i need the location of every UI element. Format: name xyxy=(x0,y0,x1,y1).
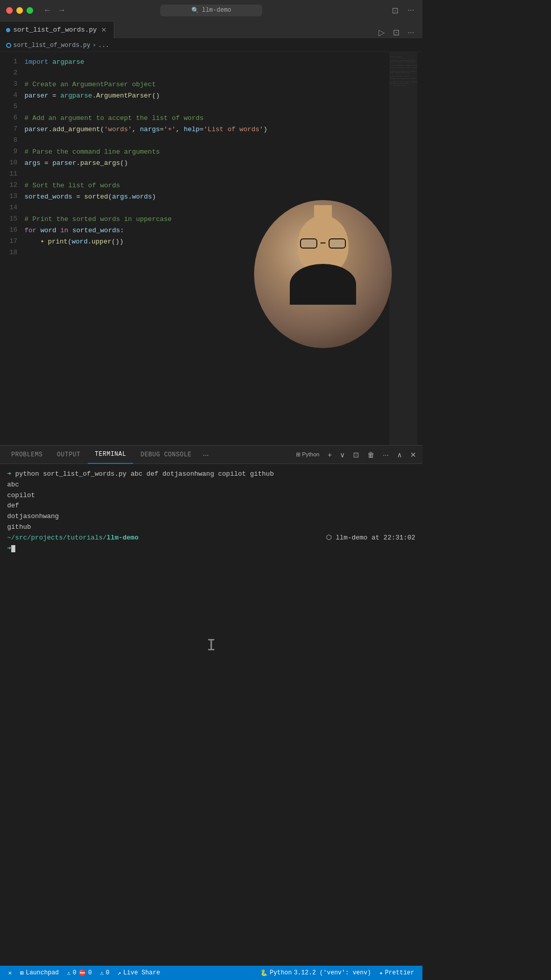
breadcrumb: sort_list_of_words.py › ... xyxy=(0,39,422,52)
minimize-button[interactable] xyxy=(16,7,23,14)
python-version: 3.12.2 ('venv': venv) xyxy=(294,969,371,976)
code-line-6: # Add an argument to accept the list of … xyxy=(22,112,389,124)
title-bar: ← → 🔍 llm-demo ⊡ ··· xyxy=(0,0,422,20)
line-numbers: 12345 678910 1112131415 161718 xyxy=(0,52,22,445)
terminal-env-time: ⬡ llm-demo at 22:31:02 xyxy=(326,533,415,544)
forward-button[interactable]: → xyxy=(56,5,68,16)
terminal-output-copilot: copilot xyxy=(7,491,415,501)
maximize-panel-button[interactable]: ∧ xyxy=(395,450,404,460)
file-dot-icon xyxy=(6,28,10,32)
code-line-8 xyxy=(22,135,389,146)
status-launchpad[interactable]: ⊞ Launchpad xyxy=(16,966,63,980)
terminal-prompt-arrow: ➜ xyxy=(7,470,15,478)
warning-count: 0 xyxy=(88,969,92,976)
status-warnings[interactable]: ⚠ 0 xyxy=(96,966,113,980)
prettier-label: Prettier xyxy=(385,969,414,976)
code-line-4: parser = argparse.ArgumentParser() xyxy=(22,90,389,101)
error-icon: ⚠ xyxy=(67,969,70,977)
terminal-output-github: github xyxy=(7,522,415,533)
terminal-path: ~/src/projects/tutorials/llm-demo xyxy=(7,533,138,544)
scrollbar[interactable] xyxy=(417,52,422,445)
tab-filename: sort_list_of_words.py xyxy=(13,26,97,34)
code-line-7: parser.add_argument('words', nargs='+', … xyxy=(22,124,389,135)
back-button[interactable]: ← xyxy=(41,5,54,16)
status-remote[interactable]: ✕ xyxy=(4,966,16,980)
launchpad-label: Launchpad xyxy=(26,969,59,976)
terminal-path-line: ~/src/projects/tutorials/llm-demo ⬡ llm-… xyxy=(7,533,415,544)
minimap: import argparse # Create an ArgumentPars… xyxy=(389,52,417,445)
search-text: llm-demo xyxy=(202,7,232,14)
terminal-env-icon: ⬡ xyxy=(326,534,336,542)
terminal-ellipsis-button[interactable]: ··· xyxy=(381,450,391,460)
status-liveshare[interactable]: ↗ Live Share xyxy=(113,966,164,980)
panel-more-button[interactable]: ··· xyxy=(201,450,211,460)
code-line-2 xyxy=(22,67,389,79)
search-bar[interactable]: 🔍 llm-demo xyxy=(160,5,262,16)
file-icon xyxy=(6,43,11,48)
terminal-new-prompt: ➜ xyxy=(7,544,415,554)
minimap-content: import argparse # Create an ArgumentPars… xyxy=(389,52,417,92)
traffic-lights xyxy=(6,7,33,14)
terminal-cursor xyxy=(11,545,15,552)
maximize-button[interactable] xyxy=(27,7,33,14)
panel: PROBLEMS OUTPUT TERMINAL DEBUG CONSOLE ·… xyxy=(0,445,422,566)
tab-close-button[interactable]: ✕ xyxy=(100,26,108,34)
editor-area: 12345 678910 1112131415 161718 import ar… xyxy=(0,52,422,445)
remote-icon: ✕ xyxy=(8,969,12,977)
terminal-output[interactable]: ➜ python sort_list_of_words.py abc def d… xyxy=(0,464,422,566)
breadcrumb-filename[interactable]: sort_list_of_words.py xyxy=(13,42,90,49)
terminal-command: python sort_list_of_words.py abc def dot… xyxy=(15,470,274,478)
terminal-shell-indicator: ⊞ Python xyxy=(294,450,321,459)
split-editor-button[interactable]: ⊡ xyxy=(391,27,402,38)
error-count: 0 xyxy=(73,969,77,976)
breadcrumb-extra[interactable]: ... xyxy=(98,42,109,49)
code-line-10: args = parser.parse_args() xyxy=(22,157,389,168)
terminal-output-abc: abc xyxy=(7,480,415,491)
launchpad-icon: ⊞ xyxy=(20,969,23,977)
code-line-11 xyxy=(22,168,389,180)
video-overlay xyxy=(254,200,392,348)
delete-terminal-button[interactable]: 🗑 xyxy=(365,450,377,460)
run-button[interactable]: ▷ xyxy=(377,27,387,38)
python-icon: 🐍 xyxy=(260,969,268,977)
code-line-3: # Create an ArgumentParser object xyxy=(22,79,389,90)
status-prettier[interactable]: ✦ Prettier xyxy=(375,966,418,980)
new-terminal-button[interactable]: + xyxy=(325,450,334,460)
tab-debug-console[interactable]: DEBUG CONSOLE xyxy=(133,446,198,464)
terminal-dropdown-button[interactable]: ∨ xyxy=(338,450,347,460)
title-right-buttons: ⊡ ··· xyxy=(390,5,416,16)
liveshare-icon: ↗ xyxy=(117,969,121,977)
panel-right-controls: ⊞ Python + ∨ ⊡ 🗑 ··· ∧ ✕ xyxy=(294,450,418,460)
tab-problems[interactable]: PROBLEMS xyxy=(4,446,50,464)
layout-button[interactable]: ⊡ xyxy=(390,5,400,16)
split-terminal-button[interactable]: ⊡ xyxy=(351,450,361,460)
status-right: 🐍 Python 3.12.2 ('venv': venv) ✦ Prettie… xyxy=(256,966,418,980)
tab-output[interactable]: OUTPUT xyxy=(50,446,88,464)
code-line-1: import argparse xyxy=(22,56,389,67)
video-feed xyxy=(254,200,392,348)
prettier-icon: ✦ xyxy=(379,969,383,977)
terminal-output-def: def xyxy=(7,501,415,511)
terminal-command-line: ➜ python sort_list_of_words.py abc def d… xyxy=(7,469,415,480)
terminal-path-bold: llm-demo xyxy=(107,534,138,542)
close-button[interactable] xyxy=(6,7,13,14)
person-silhouette xyxy=(297,215,348,274)
python-label: Python xyxy=(270,969,292,976)
warning-count-2: 0 xyxy=(106,969,109,976)
warning-icon: ⚠ xyxy=(100,969,104,977)
status-errors[interactable]: ⚠ 0 ⛔ 0 xyxy=(63,966,96,980)
panel-tab-bar: PROBLEMS OUTPUT TERMINAL DEBUG CONSOLE ·… xyxy=(0,446,422,464)
error-sep: ⛔ xyxy=(79,969,86,977)
tab-terminal[interactable]: TERMINAL xyxy=(88,446,134,464)
nav-buttons: ← → xyxy=(41,5,68,16)
liveshare-label: Live Share xyxy=(123,969,160,976)
editor-more-button[interactable]: ··· xyxy=(406,27,416,38)
status-left: ✕ ⊞ Launchpad ⚠ 0 ⛔ 0 ⚠ 0 ↗ Live Share xyxy=(4,966,164,980)
status-bar: ✕ ⊞ Launchpad ⚠ 0 ⛔ 0 ⚠ 0 ↗ Live Share 🐍… xyxy=(0,966,422,980)
code-line-9: # Parse the command line arguments xyxy=(22,146,389,157)
file-tab[interactable]: sort_list_of_words.py ✕ xyxy=(0,21,114,38)
more-button[interactable]: ··· xyxy=(406,5,416,16)
status-python[interactable]: 🐍 Python 3.12.2 ('venv': venv) xyxy=(256,966,375,980)
code-line-12: # Sort the list of words xyxy=(22,180,389,191)
close-panel-button[interactable]: ✕ xyxy=(408,450,418,460)
